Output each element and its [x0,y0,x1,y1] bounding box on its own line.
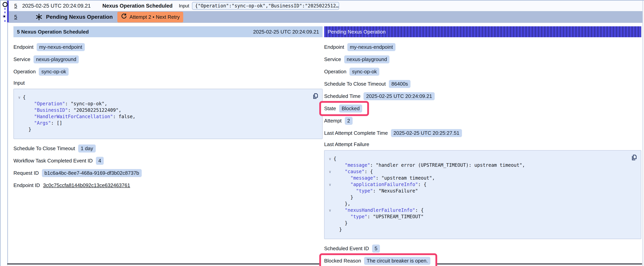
field-label: Scheduled Time [324,93,360,99]
scrollbar-track[interactable] [642,1,644,266]
collapse-chevron-icon[interactable]: ∨ [326,207,334,213]
collapse-chevron-icon[interactable]: ∨ [16,94,23,101]
blocked-reason-value-badge: The circuit breaker is open. [364,257,430,265]
json-text: } [334,220,348,226]
gutter-spacer [16,107,23,114]
json-line: "BusinessID": "20250225122409", [16,107,308,114]
json-line: "type": "UPSTREAM_TIMEOUT" [326,213,627,220]
failure-json-viewer: ∨{ "message": "handler error (UPSTREAM_T… [324,150,641,239]
json-text: "Operation": "sync-op-ok", [23,101,108,107]
field-label: Schedule To Close Timeout [14,145,75,152]
field-label: Service [324,56,341,62]
json-text: }, [334,201,350,207]
json-line: "Args": [] [16,120,308,126]
left-panel-timestamp: 2025-02-25 UTC 20:24:09.21 [253,29,319,35]
collapse-chevron-icon[interactable]: ∨ [326,156,334,162]
retry-icon [121,13,127,21]
json-line: ∨ "cause": { [326,168,627,175]
field-value-badge: nexus-playground [344,55,390,63]
top-border [0,0,644,1]
field-value-badge: 1 day [78,144,96,152]
right-panel-title: Pending Nexus Operation [328,29,386,35]
right-panel-fields: Endpoint my-nexus-endpoint Service nexus… [324,37,641,265]
json-text: "message": "upstream timeout", [334,175,435,181]
field-schedule-to-close-timeout: Schedule To Close Timeout 1 day [14,144,322,152]
field-value-badge: 86400s [389,80,410,88]
event-timestamp: 2025-02-25 UTC 20:24:09.21 [22,3,91,9]
json-line: "Operation": "sync-op-ok", [16,101,308,107]
field-value-badge: 2 [345,117,352,125]
attempt-retry-badge: Attempt 2 • Next Retry [117,12,183,23]
pending-title: Pending Nexus Operation [46,14,113,20]
event-title: Nexus Operation Scheduled [102,3,172,9]
json-line: } [16,126,308,133]
content-area: 5 2025-02-25 UTC 20:24:09.21 Nexus Opera… [0,1,642,266]
field-value-badge: b1c6a4bc-8ee7-468a-9169-df3b02c8737b [42,169,142,177]
panel-nexus-operation-scheduled: 5 Nexus Operation Scheduled 2025-02-25 U… [14,26,322,193]
gutter-spacer [326,175,334,181]
json-text: } [23,126,31,133]
field-value-badge: sync-op-ok [350,68,379,76]
json-line: }, [326,201,627,207]
json-text: { [23,94,26,101]
collapse-chevron-icon[interactable]: ∨ [326,181,334,188]
json-text: } [334,226,342,233]
json-text: "Args": [] [23,120,62,126]
field-schedule-to-close-timeout: Schedule To Close Timeout 86400s [324,80,641,88]
gutter-spacer [326,213,334,220]
json-text: "type": "NexusFailure" [334,188,418,194]
json-line: "type": "NexusFailure" [326,188,627,194]
field-service: Service nexus-playground [14,55,322,63]
details-left-border [8,23,8,264]
event-input-label: Input [179,3,189,9]
state-highlight-annotation: State Blocked [319,101,369,116]
gutter-spacer [16,114,23,120]
json-line: } [326,226,627,233]
json-text: "BusinessID": "20250225122409", [23,107,122,114]
copy-icon[interactable] [311,93,319,100]
json-line: "message": "upstream timeout", [326,175,627,181]
field-scheduled-time: Scheduled Time 2025-02-25 UTC 20:24:09.2… [324,92,641,100]
field-value-badge: 2025-02-25 UTC 20:25:27.51 [391,129,462,137]
input-section-label: Input [14,80,322,86]
pending-event-id-link[interactable]: 5 [14,14,17,20]
field-value-badge: my-nexus-endpoint [37,43,85,51]
field-label: Last Attempt Complete Time [324,130,388,136]
gutter-spacer [326,188,334,194]
field-attempt: Attempt 2 [324,117,641,125]
field-state: State Blocked [324,105,641,113]
left-border [0,0,0,266]
json-line: } [326,194,627,201]
collapse-chevron-icon[interactable]: ∨ [326,168,334,175]
field-scheduled-event-id: Scheduled Event ID 5 [324,244,641,252]
event-input-preview-badge[interactable]: {"Operation":"sync-op-ok","BusinessID":"… [192,2,339,10]
field-value-badge: my-nexus-endpoint [347,43,396,51]
json-text: "HandlerWaitForCancellation": false, [23,114,136,120]
field-request-id: Request ID b1c6a4bc-8ee7-468a-9169-df3b0… [14,169,322,177]
json-line: ∨ "applicationFailureInfo": { [326,181,627,188]
json-line: ∨{ [16,94,308,101]
json-text: "applicationFailureInfo": { [334,181,426,188]
json-text: "cause": { [334,168,373,175]
event-row-nexus-operation-scheduled[interactable]: 5 2025-02-25 UTC 20:24:09.21 Nexus Opera… [9,1,642,11]
field-label: Endpoint ID [14,182,40,188]
json-text: "nexusHandlerFailureInfo": { [334,207,424,213]
field-value-badge: sync-op-ok [39,68,68,76]
json-text: } [334,194,353,201]
timeline-open-circle-icon [2,2,8,7]
json-line: "message": "handler error (UPSTREAM_TIME… [326,162,627,168]
pending-nexus-operation-row[interactable]: 5 Pending Nexus Operation Attempt 2 • Ne… [9,11,642,23]
field-endpoint: Endpoint my-nexus-endpoint [324,43,641,51]
event-id-link[interactable]: 5 [14,3,17,9]
gutter-spacer [326,194,334,201]
field-label: Schedule To Close Timeout [324,81,386,87]
field-label: Operation [14,69,36,75]
panel-pending-nexus-operation: Pending Nexus Operation Endpoint my-nexu… [324,26,641,266]
copy-icon[interactable] [630,154,637,161]
blocked-reason-highlight-annotation: Blocked Reason The circuit breaker is op… [319,253,437,266]
gutter-spacer [16,120,23,126]
timeline-current-dot-icon [2,15,6,18]
left-panel-fields: Endpoint my-nexus-endpoint Service nexus… [14,37,322,189]
field-operation: Operation sync-op-ok [14,68,322,76]
endpoint-id-link[interactable]: 3c0c75ccfa8144b092c13ce632463761 [43,182,130,188]
